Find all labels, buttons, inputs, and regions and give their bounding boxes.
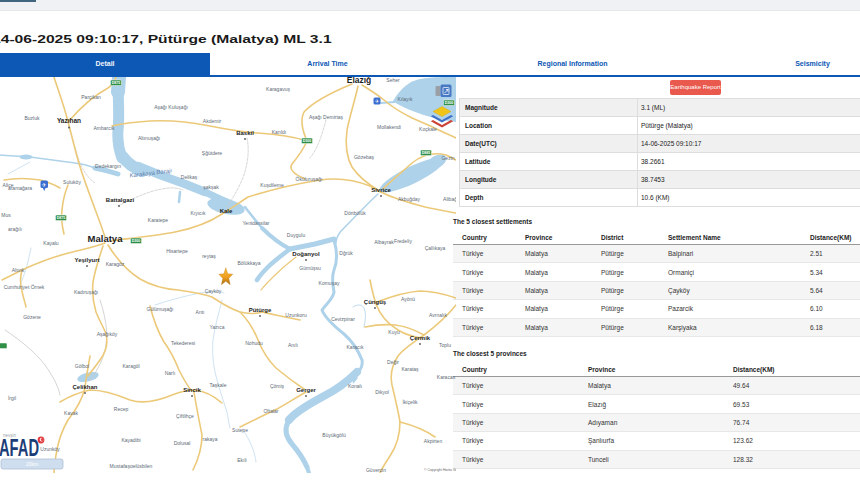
svg-text:Büyükgölü: Büyükgölü [322,432,346,438]
svg-text:Akdemir: Akdemir [203,118,222,124]
svg-text:Seher: Seher [386,77,400,83]
svg-text:Değir: Değir [387,359,399,365]
svg-text:Sivrice: Sivrice [371,187,391,193]
svg-text:Çayköy: Çayköy [205,288,222,294]
svg-text:Gölbol: Gölbol [75,363,89,369]
svg-text:Karıldı: Karıldı [272,129,286,135]
svg-text:Çiftlihçe: Çiftlihçe [176,413,194,419]
svg-text:Duygulu: Duygulu [287,232,306,238]
svg-text:D300: D300 [303,139,312,143]
svg-text:Gülümuşağı: Gülümuşağı [147,306,174,312]
svg-text:Hisartepe: Hisartepe [166,248,188,254]
svg-text:Albayrak: Albayrak [374,239,394,245]
svg-text:reytaş: reytaş [202,253,216,259]
svg-text:şakşak: şakşak [203,184,219,190]
svg-text:rakaya: rakaya [202,436,217,442]
svg-text:D300: D300 [132,239,141,243]
svg-text:Mustafaşoelüsbilen: Mustafaşoelüsbilen [110,463,153,469]
svg-text:Gümüşsu: Gümüşsu [299,265,321,271]
svg-text:Komuşay: Komuşay [319,280,340,286]
svg-text:Antı: Antı [196,309,205,315]
svg-text:Şğütdere: Şğütdere [202,150,223,156]
svg-text:Kıyıcık: Kıyıcık [190,210,206,216]
svg-text:Suluköy: Suluköy [63,179,81,185]
svg-text:D875: D875 [57,216,66,220]
svg-text:Gözene: Gözene [23,314,41,320]
svg-text:Gezin: Gezin [441,155,454,161]
svg-text:Karacık: Karacık [347,344,364,350]
svg-text:Narlı: Narlı [165,370,176,376]
svg-text:Bölükkaya: Bölükkaya [237,260,260,266]
svg-text:Yenidansilar: Yenidansilar [242,220,269,226]
svg-text:Dedekargın: Dedekargın [95,163,121,169]
svg-text:Koçkale: Koçkale [419,126,437,132]
svg-text:Kılayık: Kılayık [397,96,413,102]
svg-text:Taşkale: Taşkale [210,382,227,388]
svg-text:© Copyright Harita Genel Müdür: © Copyright Harita Genel Müdürlüğü [424,468,456,472]
svg-text:Anılı: Anılı [288,342,298,348]
svg-text:Kayadibi: Kayadibi [121,437,140,443]
svg-text:Kayalu: Kayalu [43,240,59,246]
svg-text:Gerger: Gerger [296,387,316,393]
svg-text:Parçikan: Parçikan [81,94,101,100]
svg-text:İkiçelik: İkiçelik [402,399,418,405]
svg-text:Alibağ: Alibağ [443,196,456,202]
svg-text:Akpirten: Akpirten [424,438,443,444]
svg-text:arağılı: arağılı [8,226,22,232]
svg-text:Kavak: Kavak [64,410,78,416]
svg-text:Çallıkaya: Çallıkaya [425,245,446,251]
svg-text:nevşin: nevşin [3,433,17,438]
svg-text:Karacas: Karacas [437,374,456,380]
svg-text:Buzluk: Buzluk [24,115,40,121]
svg-text:Kale: Kale [220,208,233,214]
svg-text:Karagöz: Karagöz [106,261,125,267]
svg-text:Karagöl: Karagöl [122,363,139,369]
svg-text:Akbuğday: Akbuğday [398,196,421,202]
svg-text:D300: D300 [445,101,454,105]
svg-text:✈: ✈ [375,98,379,104]
svg-text:Çömiş: Çömiş [270,383,285,389]
svg-text:Karatepe: Karatepe [148,217,169,223]
svg-text:Sincik: Sincik [183,387,201,393]
svg-text:Avrnalık: Avrnalık [429,312,447,318]
svg-text:Kuşdileme: Kuşdileme [260,182,284,188]
svg-text:Yazıca: Yazıca [210,324,225,330]
svg-text:Gözebaş: Gözebaş [354,154,375,160]
svg-text:D875: D875 [112,81,121,85]
svg-text:Öküluruşağı: Öküluruşağı [296,176,323,182]
svg-text:Yeşilyurt: Yeşilyurt [74,257,99,263]
svg-text:Karagavuş: Karagavuş [266,86,290,92]
svg-text:Sutepe: Sutepe [232,427,248,433]
svg-text:Tekederesi: Tekederesi [171,340,195,346]
svg-text:Oftalar: Oftalar [263,408,278,414]
svg-text:D885: D885 [422,151,431,155]
svg-text:Aşağı Demirtaş: Aşağı Demirtaş [309,114,344,120]
svg-text:Güvercin: Güvercin [366,467,386,473]
svg-text:20km: 20km [26,461,38,467]
svg-text:Mollakendi: Mollakendi [377,124,401,130]
svg-text:Cevizpinar: Cevizpinar [331,316,355,322]
svg-text:Aşağı Kuluşağı: Aşağı Kuluşağı [154,104,188,110]
svg-text:Çüngüş: Çüngüş [364,299,387,305]
svg-text:Konalı: Konalı [348,383,362,389]
svg-text:Delikaş: Delikaş [181,174,198,180]
svg-text:Dğrük: Dğrük [339,250,353,256]
svg-text:Aliçe: Aliçe [3,182,14,188]
svg-text:Mus: Mus [1,212,11,218]
svg-text:✈: ✈ [42,182,47,188]
svg-text:Malatya: Malatya [88,233,124,244]
svg-text:Ekıli: Ekıli [237,457,246,463]
svg-text:Elazığ: Elazığ [347,77,372,85]
svg-text:Dörtbölük: Dörtbölük [344,210,366,216]
svg-text:Yazıhan: Yazıhan [57,117,81,124]
svg-text:Nohudu: Nohudu [245,340,263,346]
svg-text:Baskil: Baskil [236,130,254,136]
svg-text:Pütürge: Pütürge [249,307,272,313]
svg-text:Recep: Recep [114,406,129,412]
svg-text:Çermik: Çermik [410,335,431,341]
svg-text:Fredeliy: Fredeliy [394,238,412,244]
svg-text:Uzunkoru: Uzunkoru [285,312,307,318]
svg-text:Çelikhan: Çelikhan [72,384,97,390]
svg-text:Ambarcık: Ambarcık [93,125,115,131]
svg-text:Dolusal: Dolusal [174,440,191,446]
